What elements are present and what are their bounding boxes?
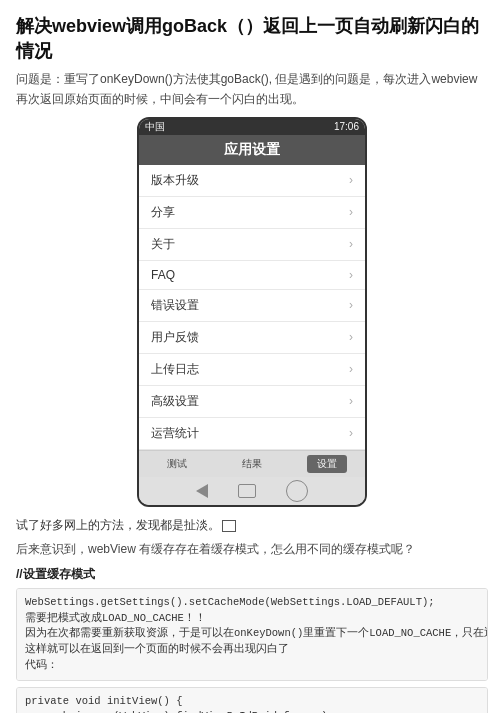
- phone-nav-home-icon: [238, 484, 256, 498]
- phone-header: 应用设置: [139, 135, 365, 165]
- phone-nav-back-icon: [196, 484, 208, 498]
- phone-status-right: 17:06: [334, 121, 359, 132]
- phone-nav-recent-icon: [286, 480, 308, 502]
- phone-bottom-btn-result[interactable]: 结果: [232, 455, 272, 473]
- phone-menu-item[interactable]: 用户反馈›: [139, 322, 365, 354]
- phone-menu-item[interactable]: 运营统计›: [139, 418, 365, 450]
- phone-menu-item[interactable]: 上传日志›: [139, 354, 365, 386]
- phone-mockup: 中国 17:06 应用设置 版本升级› 分享› 关于› FAQ› 错误设置› 用…: [137, 117, 367, 507]
- phone-status-bar: 中国 17:06: [139, 119, 365, 135]
- phone-menu-item[interactable]: 错误设置›: [139, 290, 365, 322]
- phone-menu-item[interactable]: 版本升级›: [139, 165, 365, 197]
- phone-menu-item[interactable]: 分享›: [139, 197, 365, 229]
- phone-body: 版本升级› 分享› 关于› FAQ› 错误设置› 用户反馈› 上传日志› 高级设…: [139, 165, 365, 450]
- section1-code: WebSettings.getSettings().setCacheMode(W…: [16, 588, 488, 681]
- phone-bottom-btn-test[interactable]: 测试: [157, 455, 197, 473]
- article-intro: 问题是：重写了onKeyDown()方法使其goBack(), 但是遇到的问题是…: [0, 70, 504, 116]
- phone-status-left: 中国: [145, 120, 165, 134]
- section2-code: private void initView() { webview = (Web…: [16, 687, 488, 713]
- section1-label: //设置缓存模式: [16, 564, 488, 584]
- article-body: 试了好多网上的方法，发现都是扯淡。 后来意识到，webView 有缓存存在着缓存…: [0, 515, 504, 713]
- method-line: 试了好多网上的方法，发现都是扯淡。: [16, 515, 488, 535]
- checkbox-icon: [222, 520, 236, 532]
- article-title: 解决webview调用goBack（）返回上一页自动刷新闪白的情况: [0, 0, 504, 70]
- phone-nav-home: [139, 477, 365, 505]
- phone-menu-item[interactable]: 高级设置›: [139, 386, 365, 418]
- phone-bottom-bar: 测试 结果 设置: [139, 450, 365, 477]
- phone-menu-item[interactable]: FAQ›: [139, 261, 365, 290]
- phone-menu-item[interactable]: 关于›: [139, 229, 365, 261]
- phone-bottom-btn-settings[interactable]: 设置: [307, 455, 347, 473]
- realized-text: 后来意识到，webView 有缓存存在着缓存模式，怎么用不同的缓存模式呢？: [16, 539, 488, 559]
